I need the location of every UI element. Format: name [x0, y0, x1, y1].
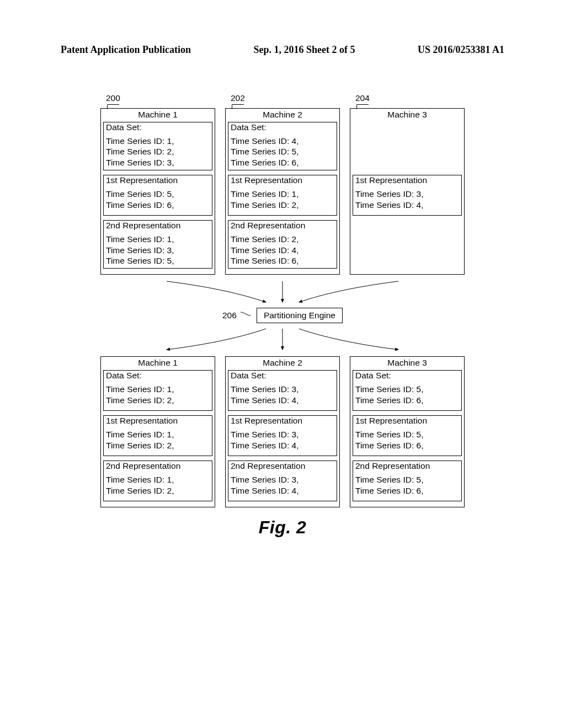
machine-2-top: Machine 2 Data Set: Time Series ID: 4, T…: [225, 108, 340, 275]
list-item: Time Series ID: 6,: [355, 395, 459, 405]
engine-label: Partitioning Engine: [264, 311, 335, 320]
first-representation-block: 1st Representation Time Series ID: 3, Ti…: [353, 175, 462, 216]
list-item: Time Series ID: 2,: [231, 200, 334, 210]
list-item: Time Series ID: 4,: [231, 485, 334, 496]
list-item: Time Series ID: 5,: [231, 146, 334, 157]
block-label: Data Set:: [104, 122, 212, 132]
list-item: Time Series ID: 6,: [355, 485, 459, 496]
list-item: Time Series ID: 5,: [106, 255, 210, 266]
refnum-204: 204: [350, 93, 465, 103]
block-label: 2nd Representation: [353, 461, 461, 471]
list-item: Time Series ID: 3,: [106, 245, 210, 255]
block-label: Data Set:: [104, 371, 212, 381]
block-label: 2nd Representation: [228, 461, 337, 471]
list-item: Time Series ID: 4,: [231, 136, 334, 146]
second-representation-block: 2nd Representation Time Series ID: 1, Ti…: [103, 220, 212, 269]
block-label: Data Set:: [228, 122, 337, 132]
block-label: 1st Representation: [353, 175, 461, 185]
second-representation-block: 2nd Representation Time Series ID: 5, Ti…: [353, 461, 462, 501]
header-right: US 2016/0253381 A1: [418, 44, 504, 56]
refnum-200: 200: [100, 93, 215, 103]
second-representation-block: 2nd Representation Time Series ID: 1, Ti…: [103, 461, 212, 501]
machine-1-top: Machine 1 Data Set: Time Series ID: 1, T…: [100, 108, 215, 275]
first-representation-block: 1st Representation Time Series ID: 1, Ti…: [103, 415, 212, 456]
first-representation-block: 1st Representation Time Series ID: 3, Ti…: [228, 415, 337, 456]
arrows-converge-icon: [100, 278, 465, 308]
machine-title: Machine 1: [101, 357, 215, 369]
list-item: Time Series ID: 5,: [106, 189, 210, 199]
machine-3-bottom: Machine 3 Data Set: Time Series ID: 5, T…: [350, 356, 465, 507]
list-item: Time Series ID: 4,: [231, 245, 334, 255]
machine-title: Machine 2: [226, 357, 339, 369]
list-item: Time Series ID: 5,: [355, 474, 459, 485]
header-center: Sep. 1, 2016 Sheet 2 of 5: [254, 44, 355, 56]
machine-title: Machine 2: [226, 109, 339, 121]
data-set-block: Data Set: Time Series ID: 3, Time Series…: [228, 370, 337, 411]
figure-label: Fig. 2: [100, 517, 465, 538]
header-left: Patent Application Publication: [61, 44, 191, 56]
refnum-206: 206: [222, 311, 237, 320]
block-label: 1st Representation: [228, 416, 337, 426]
list-item: Time Series ID: 3,: [355, 189, 459, 199]
list-item: Time Series ID: 4,: [231, 440, 334, 451]
machine-title: Machine 3: [350, 109, 464, 121]
list-item: Time Series ID: 5,: [355, 429, 459, 440]
list-item: Time Series ID: 1,: [231, 189, 334, 199]
block-label: 1st Representation: [104, 416, 212, 426]
list-item: Time Series ID: 4,: [355, 200, 459, 210]
partitioning-engine-box: Partitioning Engine: [257, 308, 343, 323]
list-item: Time Series ID: 3,: [231, 384, 334, 394]
block-label: 1st Representation: [353, 416, 461, 426]
data-set-block: Data Set: Time Series ID: 5, Time Series…: [353, 370, 462, 411]
list-item: Time Series ID: 4,: [231, 395, 334, 405]
data-set-block: Data Set: Time Series ID: 4, Time Series…: [228, 122, 337, 170]
block-label: Data Set:: [353, 371, 461, 381]
list-item: Time Series ID: 2,: [106, 485, 210, 496]
list-item: Time Series ID: 2,: [106, 440, 210, 451]
list-item: Time Series ID: 1,: [106, 429, 210, 440]
list-item: Time Series ID: 6,: [231, 157, 334, 168]
first-representation-block: 1st Representation Time Series ID: 5, Ti…: [353, 415, 462, 456]
machine-3-top: Machine 3 1st Representation Time Series…: [350, 108, 465, 275]
block-label: 2nd Representation: [104, 461, 212, 471]
list-item: Time Series ID: 6,: [106, 200, 210, 210]
list-item: Time Series ID: 2,: [106, 146, 210, 157]
data-set-block: Data Set: Time Series ID: 1, Time Series…: [103, 122, 212, 170]
second-representation-block: 2nd Representation Time Series ID: 2, Ti…: [228, 220, 337, 269]
block-label: Data Set:: [228, 371, 337, 381]
list-item: Time Series ID: 1,: [106, 384, 210, 394]
block-label: 2nd Representation: [228, 221, 337, 231]
first-representation-block: 1st Representation Time Series ID: 5, Ti…: [103, 175, 212, 216]
list-item: Time Series ID: 1,: [106, 136, 210, 146]
arrows-diverge-icon: [100, 323, 465, 353]
list-item: Time Series ID: 3,: [231, 474, 334, 485]
figure-diagram: 200 202 204 Machine 1 Data Set:: [100, 93, 465, 538]
list-item: Time Series ID: 5,: [355, 384, 459, 394]
machine-title: Machine 1: [101, 109, 215, 121]
list-item: Time Series ID: 2,: [106, 395, 210, 405]
first-representation-block: 1st Representation Time Series ID: 1, Ti…: [228, 175, 337, 216]
machine-title: Machine 3: [350, 357, 464, 369]
block-label: 1st Representation: [228, 175, 337, 185]
list-item: Time Series ID: 3,: [106, 157, 210, 168]
list-item: Time Series ID: 1,: [106, 234, 210, 244]
ref-leader-icon: [240, 312, 251, 319]
list-item: Time Series ID: 2,: [231, 234, 334, 244]
second-representation-block: 2nd Representation Time Series ID: 3, Ti…: [228, 461, 337, 501]
list-item: Time Series ID: 6,: [231, 255, 334, 266]
block-label: 2nd Representation: [104, 221, 212, 231]
block-label: 1st Representation: [104, 175, 212, 185]
list-item: Time Series ID: 1,: [106, 474, 210, 485]
list-item: Time Series ID: 6,: [355, 440, 459, 451]
data-set-block: Data Set: Time Series ID: 1, Time Series…: [103, 370, 212, 411]
machine-2-bottom: Machine 2 Data Set: Time Series ID: 3, T…: [225, 356, 340, 507]
list-item: Time Series ID: 3,: [231, 429, 334, 440]
refnum-202: 202: [225, 93, 340, 103]
machine-1-bottom: Machine 1 Data Set: Time Series ID: 1, T…: [100, 356, 215, 507]
refnum-206-group: 206: [222, 311, 251, 320]
page-header: Patent Application Publication Sep. 1, 2…: [61, 44, 504, 56]
